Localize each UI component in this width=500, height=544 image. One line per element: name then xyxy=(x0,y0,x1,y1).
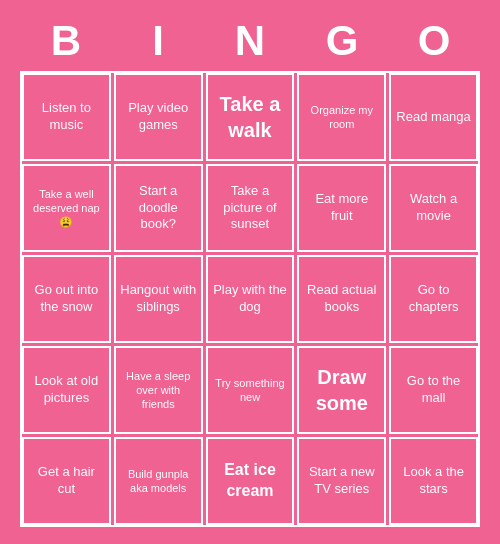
bingo-cell: Draw some xyxy=(297,346,386,434)
bingo-card: BINGO Listen to musicPlay video gamesTak… xyxy=(10,7,490,537)
bingo-cell: Build gunpla aka models xyxy=(114,437,203,525)
bingo-cell: Play video games xyxy=(114,73,203,161)
bingo-grid: Listen to musicPlay video gamesTake a wa… xyxy=(20,71,480,527)
bingo-cell: Read actual books xyxy=(297,255,386,343)
bingo-letter: G xyxy=(299,17,385,65)
bingo-cell: Go out into the snow xyxy=(22,255,111,343)
bingo-cell: Take a picture of sunset xyxy=(206,164,295,252)
bingo-cell: Go to the mall xyxy=(389,346,478,434)
bingo-cell: Look a the stars xyxy=(389,437,478,525)
bingo-cell: Hangout with siblings xyxy=(114,255,203,343)
bingo-cell: Eat ice cream xyxy=(206,437,295,525)
bingo-cell: Play with the dog xyxy=(206,255,295,343)
bingo-cell: Read manga xyxy=(389,73,478,161)
bingo-cell: Get a hair cut xyxy=(22,437,111,525)
bingo-cell: Try something new xyxy=(206,346,295,434)
bingo-cell: Have a sleep over with friends xyxy=(114,346,203,434)
bingo-cell: Take a well deserved nap 😩 xyxy=(22,164,111,252)
bingo-cell: Watch a movie xyxy=(389,164,478,252)
bingo-title: BINGO xyxy=(20,17,480,65)
bingo-cell: Take a walk xyxy=(206,73,295,161)
bingo-cell: Eat more fruit xyxy=(297,164,386,252)
bingo-letter: B xyxy=(23,17,109,65)
bingo-cell: Organize my room xyxy=(297,73,386,161)
bingo-cell: Start a new TV series xyxy=(297,437,386,525)
bingo-letter: O xyxy=(391,17,477,65)
bingo-cell: Look at old pictures xyxy=(22,346,111,434)
bingo-cell: Go to chapters xyxy=(389,255,478,343)
bingo-letter: I xyxy=(115,17,201,65)
bingo-cell: Start a doodle book? xyxy=(114,164,203,252)
bingo-letter: N xyxy=(207,17,293,65)
bingo-cell: Listen to music xyxy=(22,73,111,161)
